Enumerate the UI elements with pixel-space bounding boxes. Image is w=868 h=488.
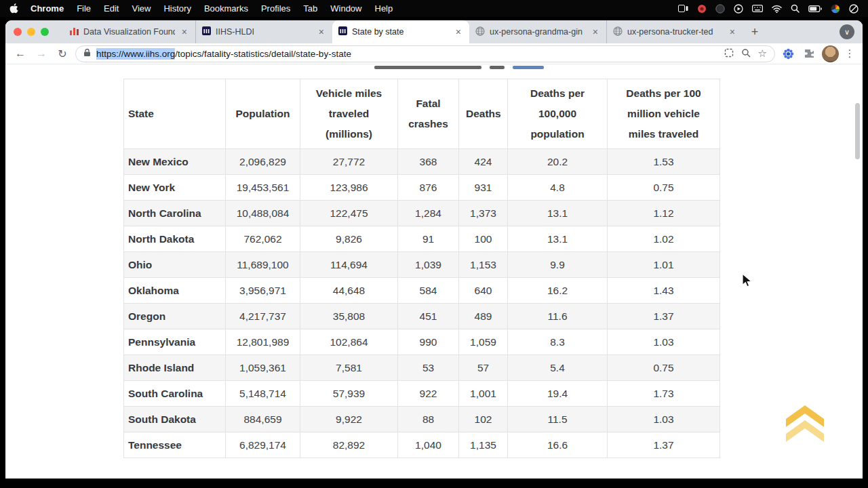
status-dot-icon[interactable]	[715, 4, 725, 14]
close-tab-icon[interactable]: ×	[180, 26, 189, 37]
play-circle-icon[interactable]	[734, 4, 743, 14]
close-window-button[interactable]	[14, 28, 22, 36]
keyboard-icon[interactable]	[752, 5, 763, 12]
browser-menu-icon[interactable]: ⋮	[844, 47, 856, 60]
menubar-item-window[interactable]: Window	[330, 3, 361, 14]
record-indicator-icon[interactable]	[697, 4, 707, 14]
bookmark-star-icon[interactable]: ☆	[758, 47, 767, 60]
menubar-item-edit[interactable]: Edit	[104, 3, 119, 14]
state-fatality-table: StatePopulationVehicle miles traveled (m…	[123, 79, 720, 458]
browser-window: Data Visualization Found × IIHS-HLDI × S…	[5, 20, 863, 479]
menubar-item-history[interactable]: History	[163, 3, 191, 14]
tab-title: IIHS-HLDI	[216, 27, 312, 37]
page-scrollbar-thumb[interactable]	[855, 103, 860, 159]
table-row: South Carolina5,148,71457,9399221,00119.…	[124, 381, 720, 407]
tab-search-button[interactable]: ∨	[840, 24, 854, 39]
menubar-item-tab[interactable]: Tab	[303, 3, 317, 14]
value-cell: 16.2	[508, 278, 608, 304]
value-cell: 1.02	[608, 226, 720, 252]
tab-ux-persona-grandma[interactable]: ux-persona-grandma-gin ×	[469, 20, 606, 43]
back-button[interactable]: ←	[12, 45, 28, 62]
value-cell: 13.1	[508, 226, 608, 252]
tab-ux-persona-trucker[interactable]: ux-persona-trucker-ted ×	[606, 20, 743, 43]
zoom-icon[interactable]	[741, 48, 751, 60]
tab-title: State by state	[352, 27, 449, 37]
value-cell: 489	[459, 304, 508, 329]
table-header-row: StatePopulationVehicle miles traveled (m…	[124, 79, 720, 149]
back-to-top-button[interactable]	[786, 405, 824, 449]
column-header: Deaths per 100,000 population	[508, 79, 608, 149]
mouse-cursor	[741, 273, 753, 291]
value-cell: 27,772	[300, 149, 398, 175]
reload-button[interactable]: ↻	[54, 45, 71, 62]
table-row: Oklahoma3,956,97144,64858464016.21.43	[124, 278, 720, 304]
value-cell: 2,096,829	[226, 149, 300, 175]
extensions-puzzle-icon[interactable]	[801, 45, 817, 62]
value-cell: 102	[459, 407, 508, 432]
tab-data-visualization[interactable]: Data Visualization Found ×	[64, 20, 195, 43]
value-cell: 922	[398, 381, 459, 407]
state-cell: New Mexico	[124, 149, 226, 175]
value-cell: 990	[398, 329, 459, 355]
table-row: Pennsylvania12,801,989102,8649901,0598.3…	[124, 329, 720, 355]
menubar-item-profiles[interactable]: Profiles	[261, 3, 290, 14]
menubar-items: ChromeFileEditViewHistoryBookmarksProfil…	[31, 3, 393, 14]
state-cell: New York	[124, 175, 226, 201]
state-cell: North Dakota	[124, 226, 226, 252]
spotlight-icon[interactable]	[791, 4, 800, 13]
value-cell: 5.4	[508, 355, 608, 381]
url-selected-text: https://www.iihs.org	[96, 48, 175, 60]
value-cell: 1,040	[398, 432, 459, 458]
address-bar[interactable]: https://www.iihs.org/topics/fatality-sta…	[75, 45, 775, 62]
stage-manager-icon[interactable]	[678, 5, 688, 12]
tabs: Data Visualization Found × IIHS-HLDI × S…	[64, 20, 743, 43]
battery-icon[interactable]	[808, 5, 822, 12]
close-tab-icon[interactable]: ×	[454, 26, 463, 37]
value-cell: 5,148,714	[226, 381, 300, 407]
value-cell: 91	[398, 226, 459, 252]
pinwheel-icon[interactable]	[831, 4, 840, 14]
close-tab-icon[interactable]: ×	[317, 26, 326, 37]
value-cell: 640	[459, 278, 508, 304]
table-row: South Dakota884,6599,9228810211.51.03	[124, 407, 720, 432]
state-cell: North Carolina	[124, 201, 226, 226]
value-cell: 424	[459, 149, 508, 175]
menubar-item-file[interactable]: File	[77, 3, 91, 14]
value-cell: 1,135	[459, 432, 508, 458]
value-cell: 762,062	[226, 226, 300, 252]
value-cell: 11.6	[508, 304, 608, 329]
new-tab-button[interactable]: +	[746, 20, 764, 43]
tab-title: Data Visualization Found	[83, 27, 175, 37]
menubar-item-bookmarks[interactable]: Bookmarks	[204, 3, 248, 14]
menubar-item-view[interactable]: View	[132, 3, 151, 14]
screenshot-icon[interactable]	[724, 48, 734, 60]
value-cell: 876	[398, 175, 459, 201]
value-cell: 1,373	[459, 201, 508, 226]
menubar-item-help[interactable]: Help	[375, 3, 393, 14]
zoom-window-button[interactable]	[41, 28, 49, 36]
globe-favicon	[475, 26, 485, 38]
menubar-item-chrome[interactable]: Chrome	[31, 3, 64, 14]
close-tab-icon[interactable]: ×	[728, 26, 737, 37]
tab-iihs-hldi[interactable]: IIHS-HLDI ×	[195, 20, 332, 43]
value-cell: 102,864	[300, 329, 398, 355]
iihs-favicon	[338, 26, 347, 37]
do-not-disturb-icon[interactable]	[849, 4, 859, 14]
forward-button: →	[33, 45, 50, 62]
value-cell: 19.4	[508, 381, 608, 407]
table-row: North Carolina10,488,084122,4751,2841,37…	[124, 201, 720, 226]
close-tab-icon[interactable]: ×	[591, 26, 600, 37]
minimize-window-button[interactable]	[27, 28, 35, 36]
lock-icon[interactable]	[83, 48, 91, 59]
apple-menu-icon[interactable]	[9, 3, 18, 14]
value-cell: 44,648	[300, 278, 398, 304]
omnibox-actions: ☆	[724, 47, 767, 60]
value-cell: 1,059	[459, 329, 508, 355]
wifi-icon[interactable]	[772, 5, 782, 13]
value-cell: 1,153	[459, 252, 508, 278]
value-cell: 1.43	[608, 278, 720, 304]
extension-blue-flower-icon[interactable]	[780, 45, 796, 62]
tab-title: ux-persona-grandma-gin	[490, 27, 586, 37]
profile-avatar[interactable]	[822, 45, 839, 62]
tab-state-by-state[interactable]: State by state ×	[332, 20, 469, 43]
